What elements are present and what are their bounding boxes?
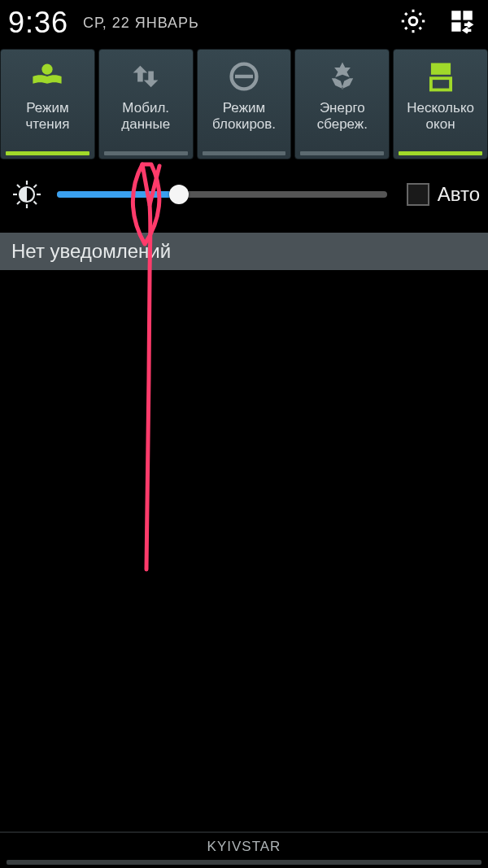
svg-rect-1 — [451, 11, 460, 20]
panel-drag-handle[interactable] — [7, 860, 481, 865]
toggle-indicator — [203, 151, 286, 155]
power-saving-icon — [324, 58, 361, 95]
svg-rect-3 — [451, 22, 460, 31]
brightness-slider[interactable] — [57, 183, 387, 206]
toggle-indicator — [300, 151, 384, 155]
status-time: 9:36 — [8, 6, 68, 40]
svg-point-0 — [409, 17, 417, 25]
status-date: СР, 22 ЯНВАРЬ — [83, 15, 199, 32]
toggle-power-saving[interactable]: Энергосбереж. — [294, 49, 390, 159]
grid-icon — [448, 7, 476, 38]
svg-line-14 — [17, 185, 20, 188]
toggle-reading-mode[interactable]: Режимчтения — [0, 49, 95, 159]
settings-button[interactable] — [395, 5, 431, 41]
carrier-label: KYIVSTAR — [0, 833, 488, 860]
blocking-mode-icon — [225, 58, 263, 95]
toggle-indicator — [399, 151, 482, 155]
quick-panel-button[interactable] — [444, 5, 480, 41]
mobile-data-icon — [127, 58, 164, 95]
svg-rect-8 — [430, 78, 450, 89]
toggle-multi-window[interactable]: Несколькоокон — [393, 49, 488, 159]
auto-brightness-label: Авто — [438, 183, 480, 206]
toggle-indicator — [104, 151, 188, 155]
gear-icon — [399, 7, 428, 39]
panel-footer: KYIVSTAR — [0, 831, 488, 868]
auto-brightness-checkbox[interactable] — [407, 183, 429, 206]
multi-window-icon — [422, 58, 460, 95]
reading-mode-icon — [28, 58, 66, 95]
brightness-row: Авто — [0, 159, 488, 229]
quick-toggles-row: Режимчтения Мобил.данные — [0, 46, 488, 159]
no-notifications-banner: Нет уведомлений — [0, 233, 488, 270]
toggle-label: Режимблокиров. — [211, 100, 277, 132]
toggle-label: Режимчтения — [24, 100, 71, 132]
svg-line-17 — [34, 185, 37, 188]
svg-rect-7 — [430, 63, 450, 75]
svg-point-4 — [42, 64, 53, 75]
brightness-icon — [8, 176, 46, 213]
toggle-label: Энергосбереж. — [316, 100, 369, 132]
svg-line-15 — [34, 202, 37, 205]
svg-line-16 — [17, 202, 20, 205]
toggle-blocking-mode[interactable]: Режимблокиров. — [197, 49, 292, 159]
toggle-mobile-data[interactable]: Мобил.данные — [98, 49, 194, 159]
toggle-label: Несколькоокон — [405, 100, 476, 132]
toggle-indicator — [6, 151, 89, 155]
svg-rect-2 — [463, 11, 472, 20]
toggle-label: Мобил.данные — [120, 100, 172, 132]
